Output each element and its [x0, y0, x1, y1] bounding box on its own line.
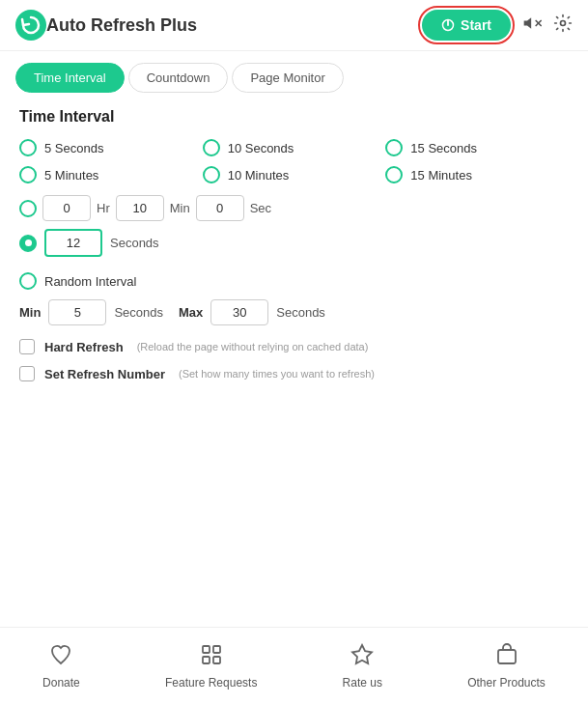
sec-input[interactable] — [196, 195, 244, 221]
svg-rect-8 — [203, 657, 210, 663]
radio-5-minutes[interactable] — [19, 166, 37, 183]
power-icon — [441, 18, 455, 32]
min-max-row: Min Seconds Max Seconds — [19, 299, 569, 325]
svg-point-5 — [561, 20, 566, 25]
custom-time-row: Hr Min Sec — [19, 195, 569, 221]
footer-rate-us-label: Rate us — [343, 676, 382, 690]
app-title: Auto Refresh Plus — [46, 15, 422, 36]
svg-rect-7 — [213, 646, 220, 653]
footer-feature-requests[interactable]: Feature Requests — [165, 643, 257, 690]
star-icon — [350, 643, 374, 672]
footer-feature-requests-label: Feature Requests — [165, 676, 257, 690]
tab-page-monitor[interactable]: Page Monitor — [232, 63, 343, 93]
preset-options-grid: 5 Seconds 10 Seconds 15 Seconds 5 Minute… — [19, 139, 569, 183]
svg-rect-9 — [213, 657, 220, 663]
radio-random-interval[interactable] — [19, 272, 37, 290]
settings-icon[interactable] — [553, 14, 573, 38]
set-refresh-number-checkbox[interactable] — [19, 366, 35, 381]
grid-icon — [200, 643, 223, 672]
header: Auto Refresh Plus Start — [0, 0, 588, 51]
hard-refresh-desc: (Reload the page without relying on cach… — [137, 341, 369, 352]
set-refresh-number-desc: (Set how many times you want to refresh) — [179, 368, 375, 380]
main-content: Time Interval 5 Seconds 10 Seconds 15 Se… — [0, 93, 588, 408]
svg-marker-10 — [352, 645, 372, 663]
min-bold-label: Min — [19, 305, 41, 320]
radio-10-seconds[interactable] — [203, 139, 220, 156]
random-interval-row: Random Interval — [19, 272, 569, 290]
svg-rect-6 — [203, 646, 210, 653]
min-label: Min — [170, 201, 190, 215]
mute-icon[interactable] — [522, 14, 542, 38]
svg-rect-11 — [498, 650, 516, 663]
radio-seconds-selected[interactable] — [19, 235, 37, 252]
seconds-row: Seconds — [19, 229, 569, 257]
tab-countdown[interactable]: Countdown — [128, 63, 229, 93]
bag-icon — [495, 643, 518, 672]
footer-rate-us[interactable]: Rate us — [343, 643, 382, 690]
tab-time-interval[interactable]: Time Interval — [15, 63, 125, 93]
start-button[interactable]: Start — [422, 10, 511, 41]
heart-icon — [49, 643, 72, 672]
radio-15-seconds[interactable] — [385, 139, 403, 156]
app-logo — [15, 10, 46, 41]
section-title: Time Interval — [19, 108, 569, 126]
max-unit-label: Seconds — [276, 305, 325, 320]
tab-bar: Time Interval Countdown Page Monitor — [0, 51, 588, 93]
hr-label: Hr — [97, 201, 110, 215]
option-10-seconds[interactable]: 10 Seconds — [203, 139, 386, 156]
min-input[interactable] — [116, 195, 164, 221]
min-unit-label: Seconds — [114, 305, 163, 320]
radio-custom-time[interactable] — [19, 200, 37, 217]
option-10-minutes[interactable]: 10 Minutes — [203, 166, 386, 183]
seconds-label: Seconds — [110, 236, 159, 250]
radio-5-seconds[interactable] — [19, 139, 37, 156]
footer-other-products-label: Other Products — [467, 676, 546, 690]
hard-refresh-label: Hard Refresh — [44, 340, 124, 354]
seconds-value-input[interactable] — [44, 229, 102, 257]
random-interval-label: Random Interval — [44, 274, 136, 289]
option-5-seconds[interactable]: 5 Seconds — [19, 139, 203, 156]
footer-donate-label: Donate — [42, 676, 80, 690]
radio-10-minutes[interactable] — [203, 166, 220, 183]
set-refresh-number-label: Set Refresh Number — [44, 367, 165, 381]
sec-label: Sec — [250, 201, 271, 215]
hard-refresh-checkbox[interactable] — [19, 339, 35, 354]
radio-15-minutes[interactable] — [385, 166, 403, 183]
footer: Donate Feature Requests Rate us Oth — [0, 627, 588, 704]
random-interval-section: Random Interval Min Seconds Max Seconds — [19, 272, 569, 325]
option-15-minutes[interactable]: 15 Minutes — [385, 166, 569, 183]
svg-point-0 — [15, 10, 46, 41]
hr-input[interactable] — [42, 195, 91, 221]
hard-refresh-row: Hard Refresh (Reload the page without re… — [19, 339, 569, 354]
random-max-input[interactable] — [210, 299, 268, 325]
footer-other-products[interactable]: Other Products — [467, 643, 546, 690]
set-refresh-number-row: Set Refresh Number (Set how many times y… — [19, 366, 569, 381]
option-5-minutes[interactable]: 5 Minutes — [19, 166, 203, 183]
checkbox-section: Hard Refresh (Reload the page without re… — [19, 339, 569, 381]
option-15-seconds[interactable]: 15 Seconds — [385, 139, 569, 156]
random-min-input[interactable] — [48, 299, 106, 325]
header-icon-group — [522, 14, 573, 38]
footer-donate[interactable]: Donate — [42, 643, 80, 690]
max-bold-label: Max — [179, 305, 203, 320]
